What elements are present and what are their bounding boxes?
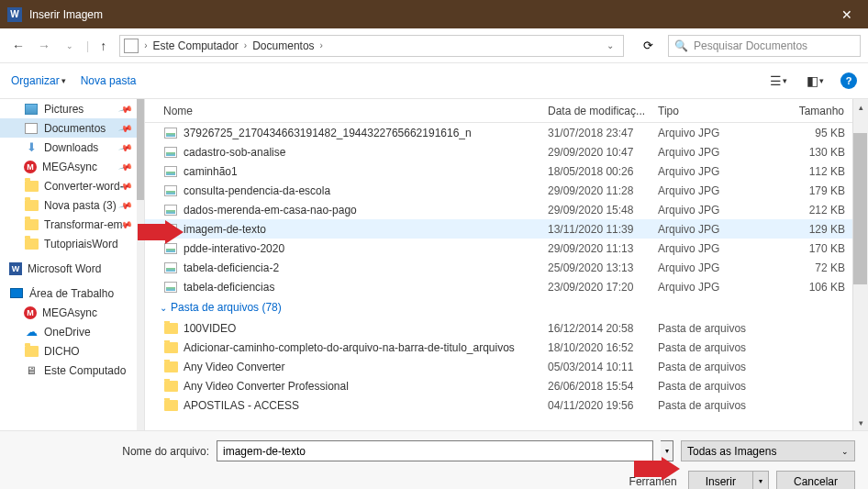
sidebar-item[interactable]: MMEGAsync <box>0 303 144 322</box>
file-row[interactable]: 37926725_2170434663191482_19443227656621… <box>145 123 868 142</box>
fi-word-icon: W <box>9 262 22 275</box>
fi-cloud-icon: ☁ <box>24 325 39 339</box>
help-button[interactable]: ? <box>840 72 857 89</box>
sidebar-item[interactable]: DICHO <box>0 341 144 361</box>
sidebar-label: Este Computado <box>44 364 126 377</box>
file-date: 13/11/2020 11:39 <box>540 223 651 236</box>
column-type[interactable]: Tipo <box>651 105 779 117</box>
file-type: Arquivo JPG <box>651 204 779 217</box>
file-row[interactable]: tabela-deficiencia-225/09/2020 13:13Arqu… <box>145 258 868 277</box>
chevron-right-icon[interactable]: › <box>242 40 249 50</box>
recent-dropdown[interactable]: ⌄ <box>59 35 81 57</box>
sidebar-item[interactable]: Documentos📌 <box>0 118 144 138</box>
chevron-down-icon: ▾ <box>61 76 66 85</box>
cancel-button[interactable]: Cancelar <box>776 471 855 489</box>
jpg-file-icon <box>163 183 178 198</box>
file-name: tabela-deficiencias <box>184 281 274 294</box>
file-row[interactable]: consulta-pendencia-da-escola29/09/2020 1… <box>145 181 868 200</box>
file-date: 18/05/2018 00:26 <box>540 165 651 178</box>
folder-row[interactable]: APOSTILAS - ACCESS04/11/2020 19:56Pasta … <box>145 395 868 415</box>
folder-name: 100VIDEO <box>184 322 236 335</box>
scroll-down-icon[interactable]: ▾ <box>853 415 868 430</box>
sidebar-item[interactable]: MMEGAsync📌 <box>0 157 144 176</box>
filename-input[interactable] <box>217 440 653 461</box>
insert-dropdown[interactable]: ▾ <box>752 471 769 489</box>
preview-pane-button[interactable]: ◧ ▾ <box>804 70 826 92</box>
refresh-button[interactable]: ⟳ <box>635 35 661 57</box>
folder-name: APOSTILAS - ACCESS <box>184 399 299 412</box>
folder-icon <box>163 360 178 374</box>
insert-button[interactable]: Inserir <box>688 471 752 489</box>
sidebar-item[interactable]: TutopriaisWord <box>0 234 144 253</box>
forward-button[interactable]: → <box>33 35 55 57</box>
sidebar-item[interactable]: Transformar-em📌 <box>0 215 144 234</box>
filetype-filter[interactable]: Todas as Imagens⌄ <box>681 440 855 461</box>
address-bar[interactable]: › Este Computador › Documentos › ⌄ <box>119 35 624 57</box>
group-header[interactable]: ⌄Pasta de arquivos (78) <box>145 296 868 318</box>
fi-pictures-icon <box>24 102 39 117</box>
chevron-right-icon[interactable]: › <box>142 40 149 50</box>
file-type: Arquivo JPG <box>651 261 779 274</box>
file-type: Arquivo JPG <box>651 281 779 294</box>
scroll-up-icon[interactable]: ▴ <box>853 99 868 115</box>
folder-icon <box>163 398 178 413</box>
sidebar-item[interactable]: Nova pasta (3)📌 <box>0 195 144 215</box>
breadcrumb-item[interactable]: Documentos <box>249 38 317 54</box>
up-button[interactable]: ↑ <box>95 39 112 53</box>
breadcrumb-dropdown[interactable]: ⌄ <box>601 40 619 50</box>
folder-row[interactable]: 100VIDEO16/12/2014 20:58Pasta de arquivo… <box>145 318 868 338</box>
folder-date: 26/06/2018 15:54 <box>540 380 651 393</box>
folder-row[interactable]: Any Video Converter05/03/2014 10:11Pasta… <box>145 357 868 376</box>
svg-marker-0 <box>138 220 184 244</box>
file-size: 106 KB <box>779 281 852 294</box>
sidebar-item[interactable]: Área de Trabalho <box>0 283 144 303</box>
fi-desk-icon <box>9 286 24 301</box>
scroll-thumb[interactable] <box>853 133 867 284</box>
organize-menu[interactable]: Organizar▾ <box>11 74 66 87</box>
file-date: 29/09/2020 11:13 <box>540 242 651 255</box>
chevron-right-icon[interactable]: › <box>318 40 325 50</box>
sidebar-item[interactable]: 🖥Este Computado <box>0 361 144 380</box>
folder-icon <box>163 379 178 394</box>
column-size[interactable]: Tamanho <box>779 105 852 117</box>
file-row[interactable]: dados-merenda-em-casa-nao-pago29/09/2020… <box>145 200 868 219</box>
back-button[interactable]: ← <box>7 35 29 57</box>
column-date[interactable]: Data de modificaç... <box>540 105 651 117</box>
file-row[interactable]: caminhão118/05/2018 00:26Arquivo JPG112 … <box>145 161 868 181</box>
scroll-thumb[interactable] <box>137 99 144 200</box>
file-row[interactable]: imagem-de-texto13/11/2020 11:39Arquivo J… <box>145 219 868 239</box>
file-row[interactable]: tabela-deficiencias23/09/2020 17:20Arqui… <box>145 277 868 296</box>
word-app-icon: W <box>7 7 22 22</box>
close-button[interactable]: ✕ <box>826 0 868 28</box>
column-name[interactable]: Nome <box>145 105 540 117</box>
new-folder-button[interactable]: Nova pasta <box>81 74 137 87</box>
sidebar-item[interactable]: Pictures📌 <box>0 99 144 118</box>
breadcrumb-item[interactable]: Este Computador <box>149 38 241 54</box>
sidebar-item[interactable]: ⬇Downloads📌 <box>0 138 144 157</box>
jpg-file-icon <box>163 261 178 275</box>
folder-icon <box>24 198 39 213</box>
sidebar-label: MEGAsync <box>42 161 97 173</box>
file-date: 25/09/2020 13:13 <box>540 261 651 274</box>
file-name: pdde-interativo-2020 <box>184 242 284 255</box>
sidebar-item[interactable]: ☁OneDrive <box>0 322 144 341</box>
folder-date: 04/11/2020 19:56 <box>540 399 651 412</box>
location-icon <box>124 39 139 53</box>
jpg-file-icon <box>163 145 178 160</box>
file-size: 212 KB <box>779 204 852 217</box>
folder-row[interactable]: Any Video Converter Professional26/06/20… <box>145 376 868 395</box>
sidebar-label: OneDrive <box>44 326 91 339</box>
sidebar-item[interactable]: WMicrosoft Word <box>0 259 144 278</box>
sidebar-label: Área de Trabalho <box>29 287 114 300</box>
file-scrollbar[interactable]: ▴ ▾ <box>852 99 868 430</box>
folder-row[interactable]: Adicionar-caminho-completo-do-arquivo-na… <box>145 338 868 357</box>
window-title: Inserir Imagem <box>29 8 826 21</box>
view-menu[interactable]: ☰ ▾ <box>767 70 789 92</box>
folder-type: Pasta de arquivos <box>651 380 779 393</box>
file-row[interactable]: cadastro-sob-analise29/09/2020 10:47Arqu… <box>145 142 868 161</box>
file-row[interactable]: pdde-interativo-202029/09/2020 11:13Arqu… <box>145 239 868 258</box>
sidebar-scrollbar[interactable] <box>137 99 144 430</box>
file-date: 31/07/2018 23:47 <box>540 127 651 139</box>
search-input[interactable]: 🔍 Pesquisar Documentos <box>668 35 861 57</box>
sidebar-item[interactable]: Converter-word-📌 <box>0 176 144 195</box>
